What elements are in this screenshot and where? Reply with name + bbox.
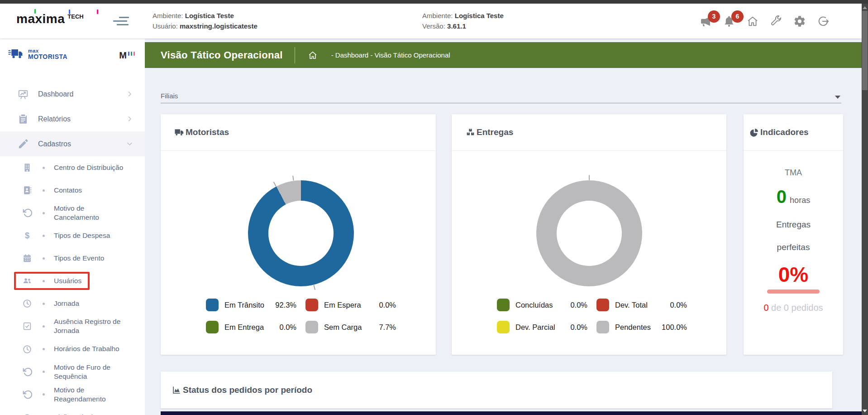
header-actions: 3 6: [699, 4, 830, 39]
bullet-icon: [43, 325, 45, 328]
vertical-scrollbar[interactable]: [862, 4, 868, 415]
sidebar-item-motivo-de-furo-de-sequencia[interactable]: Motivo de Furo de Sequência: [0, 361, 145, 383]
sidebar-item-label: Motivo de Furo de Sequência: [54, 363, 130, 381]
scrollbar-thumb[interactable]: [862, 11, 868, 90]
wrench-icon: [770, 15, 782, 28]
logo-max: max: [28, 48, 67, 53]
sidebar-item-label: Visão Painel: [54, 413, 93, 415]
svg-text:$: $: [25, 231, 29, 240]
home-button[interactable]: [746, 15, 759, 28]
legend-swatch: [305, 321, 318, 333]
notifications-button[interactable]: 6: [723, 15, 735, 28]
legend-item: Em Entrega 0.0%: [206, 321, 296, 333]
dropdown-arrow-icon: [835, 96, 840, 99]
legend-value: 0.0%: [670, 301, 687, 309]
page-title-bar: Visão Tático Operacional - Dashboard - V…: [145, 42, 862, 68]
sidebar-item-box: Motivo de Furo de Sequência: [16, 361, 136, 383]
scrollbar-up-arrow-icon[interactable]: [863, 6, 867, 9]
sidebar-item-box: Ausência Registro de Jornada: [16, 315, 136, 338]
legend-value: 0.0%: [570, 323, 587, 332]
tools-button[interactable]: [770, 15, 782, 28]
page-title: Visão Tático Operacional: [161, 49, 283, 61]
clock-icon: [22, 299, 32, 309]
logout-button[interactable]: [817, 15, 830, 28]
indicadores-title: Indicadores: [760, 127, 809, 137]
legend-swatch: [497, 299, 510, 311]
bullet-icon: [43, 212, 45, 214]
sidebar-item-box: Usuários: [14, 272, 90, 290]
sidebar-item-ausencia-registro-de-jornada[interactable]: Ausência Registro de Jornada: [0, 315, 145, 338]
announcements-button[interactable]: 3: [699, 15, 712, 28]
sidebar-item-relatorios[interactable]: Relatórios: [0, 106, 145, 131]
area-chart-icon: [172, 385, 181, 395]
sidebar-item-jornada[interactable]: Jornada: [0, 292, 145, 315]
sidebar-item-motivo-de-cancelamento[interactable]: Motivo de Cancelamento: [0, 202, 145, 224]
sidebar-item-motivo-de-reagendamento[interactable]: Motivo de Reagendamento: [0, 383, 145, 406]
sidebar-item-cadastros[interactable]: Cadastros: [0, 131, 145, 156]
legend-item: Dev. Parcial 0.0%: [497, 321, 587, 333]
sidebar-item-box: Horários de Trabalho: [16, 342, 126, 357]
tma-label: TMA: [785, 168, 802, 178]
sidebar-item-label: Centro de Distribuição: [54, 163, 123, 172]
percent-underline-bar: [767, 290, 820, 294]
sidebar-item-tipos-de-evento[interactable]: Tipos de Evento: [0, 247, 145, 270]
hamburger-menu-button[interactable]: [113, 17, 129, 28]
dashboard-icon: [17, 88, 29, 100]
m-tick-green: [131, 52, 132, 56]
m-tick-pink: [134, 52, 135, 56]
maxmotorista-logo: max MOTORISTA: [7, 47, 135, 61]
indicadores-card: Indicadores TMA 0horas Entregas perfeita…: [744, 114, 843, 355]
notifications-badge: 6: [731, 10, 744, 23]
breadcrumb-home-icon[interactable]: [308, 50, 318, 60]
maximatech-logo: maximaTECH: [16, 12, 111, 32]
undo-icon: [22, 208, 32, 218]
brand-tick-green: [34, 9, 36, 14]
brand-sub: TECH: [67, 13, 83, 20]
donut-tick: [313, 285, 315, 290]
logout-icon: [817, 15, 830, 28]
app-header: maximaTECH Ambiente: Logística Teste Usu…: [0, 4, 862, 39]
app-window: maximaTECH Ambiente: Logística Teste Usu…: [0, 0, 868, 415]
sidebar-item-centro-de-distribuicao[interactable]: Centro de Distribuição: [0, 156, 145, 179]
maxima-m-logo: M: [119, 50, 135, 61]
sidebar-item-tipos-de-despesa[interactable]: $ Tipos de Despesa: [0, 224, 145, 247]
sidebar-item-label: Cadastros: [38, 140, 126, 148]
pencil-icon: [17, 138, 29, 150]
pie-chart-icon: [749, 127, 759, 138]
sidebar-item-label: Jornada: [54, 299, 79, 308]
sidebar-item-usuarios[interactable]: Usuários: [0, 270, 145, 292]
sidebar-item-dashboard[interactable]: Dashboard: [0, 82, 145, 106]
sidebar-item-box: Centro de Distribuição: [16, 160, 129, 175]
bullet-icon: [43, 189, 45, 192]
sidebar-item-box: $ Tipos de Despesa: [16, 228, 116, 243]
legend-swatch: [497, 321, 510, 333]
donut-tick: [292, 176, 294, 181]
scrollbar-down-arrow-icon[interactable]: [863, 410, 867, 412]
brand-tick-blue: [69, 10, 70, 14]
users-icon: [22, 276, 32, 286]
legend-label: Pendentes: [615, 323, 662, 332]
legend-item: Pendentes 100.0%: [596, 321, 687, 333]
legend-value: 0.0%: [379, 301, 396, 309]
sidebar-item-box: Visão Painel: [16, 410, 99, 415]
legend-swatch: [305, 299, 318, 311]
bullet-icon: [43, 257, 45, 260]
sidebar-item-visao-painel[interactable]: Visão Painel: [0, 406, 145, 415]
settings-button[interactable]: [793, 15, 806, 28]
announcements-badge: 3: [708, 10, 720, 23]
sidebar-item-label: Motivo de Reagendamento: [54, 386, 130, 404]
filiais-select[interactable]: Filiais: [161, 89, 841, 103]
sidebar-item-horarios-de-trabalho[interactable]: Horários de Trabalho: [0, 338, 145, 361]
logo-motorista: MOTORISTA: [28, 53, 67, 60]
indicadores-body: TMA 0horas Entregas perfeitas 0% 0 de 0 …: [744, 151, 843, 313]
clipboard-icon: [17, 113, 29, 125]
sidebar-item-contatos[interactable]: Contatos: [0, 179, 145, 202]
eye-icon: [22, 412, 32, 415]
sidebar-item-box: Jornada: [16, 296, 86, 311]
status-card: Status dos pedidos por período: [161, 372, 832, 409]
motoristas-card-header: Motoristas: [161, 114, 436, 151]
sidebar-item-box: Motivo de Reagendamento: [16, 383, 136, 406]
motoristas-title: Motoristas: [186, 127, 229, 137]
sidebar: max MOTORISTA M Dashboard Relatórios Cad…: [0, 39, 145, 415]
sidebar-item-label: Usuários: [54, 276, 81, 285]
